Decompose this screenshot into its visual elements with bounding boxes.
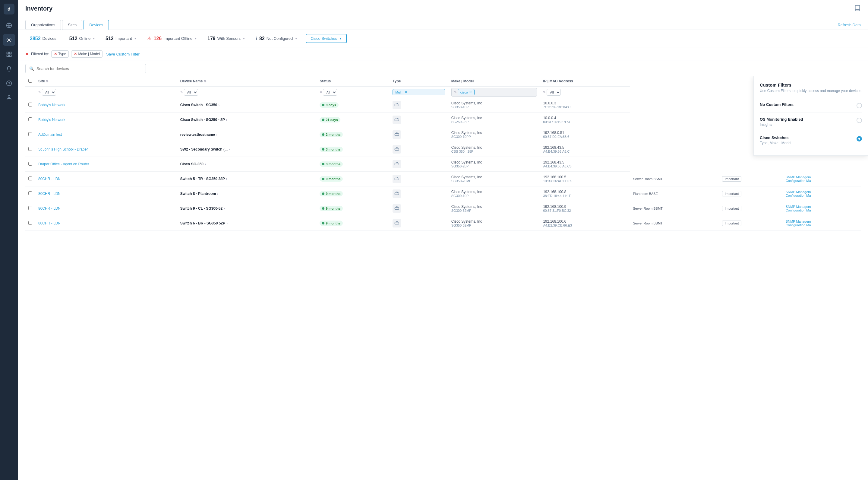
row-checkbox-0[interactable] bbox=[28, 102, 32, 107]
col-site-5[interactable]: 80CHR - LDN bbox=[35, 172, 177, 186]
search-input[interactable] bbox=[36, 66, 121, 71]
svg-rect-14 bbox=[395, 163, 399, 165]
tab-organizations[interactable]: Organizations bbox=[25, 20, 61, 30]
refresh-button[interactable]: Refresh Data bbox=[838, 23, 861, 30]
col-site-1[interactable]: Bobby's Network bbox=[35, 113, 177, 127]
sidebar-item-support[interactable] bbox=[3, 77, 15, 89]
ip-filter-select[interactable]: All bbox=[547, 89, 561, 96]
device-expand-icon-7[interactable]: › bbox=[224, 206, 225, 211]
sidebar-item-settings[interactable] bbox=[3, 34, 15, 46]
col-ip-7: 192.168.100.9 00:87:31:F0:BC:32 bbox=[540, 201, 630, 216]
device-expand-icon-0[interactable]: › bbox=[218, 103, 219, 107]
col-actions: SNMP ManagemConfiguration Ma bbox=[783, 216, 861, 231]
col-site-0[interactable]: Bobby's Network bbox=[35, 98, 177, 113]
cisco-switches-filter[interactable]: Cisco Switches ▼ bbox=[306, 34, 347, 43]
stat-important-offline[interactable]: ⚠ 126 Important Offline ▼ bbox=[143, 33, 202, 43]
remove-make-model-filter[interactable]: ✕ bbox=[74, 52, 77, 56]
svg-point-9 bbox=[8, 96, 10, 98]
row-checkbox-5[interactable] bbox=[28, 177, 32, 180]
clear-all-filter-icon[interactable]: ✕ bbox=[25, 52, 29, 56]
cf-os-name: OS Monitoring Enabled bbox=[760, 117, 803, 122]
svg-rect-10 bbox=[395, 104, 399, 106]
col-make-7: Cisco Systems, Inc SG300-52MP bbox=[448, 201, 540, 216]
tab-sites[interactable]: Sites bbox=[62, 20, 82, 30]
sidebar-item-chart[interactable] bbox=[3, 48, 15, 60]
col-site-2[interactable]: AdDomainTest bbox=[35, 127, 177, 142]
device-expand-icon-6[interactable]: › bbox=[217, 191, 218, 196]
sort-device-icon[interactable]: ⇅ bbox=[204, 80, 206, 83]
filter-icon-online: ▼ bbox=[92, 37, 95, 40]
remove-type-filter[interactable]: ✕ bbox=[54, 52, 57, 56]
device-expand-icon-8[interactable]: › bbox=[226, 221, 228, 226]
cf-item-cisco-switches[interactable]: Cisco Switches Type, Make | Model bbox=[760, 131, 862, 149]
stat-online-label: Online bbox=[79, 36, 91, 41]
device-type-icon-4 bbox=[393, 160, 401, 168]
row-checkbox-1[interactable] bbox=[28, 117, 32, 121]
col-make-3: Cisco Systems, Inc CBS 350 - 28P bbox=[448, 142, 540, 157]
sort-site-filter-icon[interactable]: ⇅ bbox=[38, 91, 41, 94]
sort-ip-filter-icon[interactable]: ⇅ bbox=[543, 91, 546, 94]
row-checkbox-8[interactable] bbox=[28, 221, 32, 225]
make-model-filter-label: Make | Model bbox=[78, 52, 100, 56]
sort-device-filter-icon[interactable]: ⇅ bbox=[180, 91, 183, 94]
col-actions: SNMP ManagemConfiguration Ma bbox=[783, 201, 861, 216]
col-site-3[interactable]: St John's High School - Draper bbox=[35, 142, 177, 157]
device-table-wrap: Site ⇅ Device Name ⇅ Status Type bbox=[18, 76, 868, 480]
sidebar-item-user[interactable] bbox=[3, 92, 15, 104]
row-checkbox-7[interactable] bbox=[28, 206, 32, 210]
col-type-7 bbox=[390, 201, 448, 216]
tab-devices[interactable]: Devices bbox=[84, 20, 109, 30]
stat-important[interactable]: 512 Important ▼ bbox=[101, 34, 142, 43]
col-status-7: 9 months bbox=[316, 201, 390, 216]
clear-make-filter[interactable]: ✕ bbox=[469, 90, 472, 94]
clear-type-filter[interactable]: ✕ bbox=[405, 90, 407, 94]
make-filter-value: cisco bbox=[460, 91, 468, 94]
col-site-7[interactable]: 80CHR - LDN bbox=[35, 201, 177, 216]
stat-online[interactable]: 512 Online ▼ bbox=[65, 34, 100, 43]
header: Inventory bbox=[18, 0, 868, 16]
cf-os-radio[interactable] bbox=[857, 118, 862, 123]
device-type-icon-2 bbox=[393, 130, 401, 139]
sidebar-item-globe[interactable] bbox=[3, 19, 15, 31]
device-expand-icon-1[interactable]: › bbox=[226, 118, 227, 122]
col-site-8[interactable]: 80CHR - LDN bbox=[35, 216, 177, 231]
sort-site-icon[interactable]: ⇅ bbox=[46, 80, 48, 83]
col-location: Server Room BSMT bbox=[630, 172, 719, 186]
stat-total[interactable]: 2852 Devices bbox=[25, 34, 61, 43]
device-expand-icon-5[interactable]: › bbox=[226, 177, 227, 181]
filter-icon-sensors: ▼ bbox=[242, 37, 245, 40]
site-filter-select[interactable]: All bbox=[42, 89, 56, 96]
make-filter-tag[interactable]: cisco ✕ bbox=[458, 89, 474, 95]
device-expand-icon-3[interactable]: › bbox=[229, 147, 230, 151]
row-checkbox-3[interactable] bbox=[28, 147, 32, 151]
cf-item-os-monitoring[interactable]: OS Monitoring Enabled Insights bbox=[760, 113, 862, 131]
status-filter-select[interactable]: All bbox=[323, 89, 337, 96]
sidebar-item-bell[interactable] bbox=[3, 63, 15, 75]
row-checkbox-4[interactable] bbox=[28, 162, 32, 166]
col-make-1: Cisco Systems, Inc SG250 - 8P bbox=[448, 113, 540, 127]
save-custom-filter-link[interactable]: Save Custom Filter bbox=[106, 52, 140, 56]
table-row: 80CHR - LDN Switch 9 - CL - SG300-52 › 9… bbox=[25, 201, 861, 216]
device-type-icon-6 bbox=[393, 189, 401, 198]
book-icon[interactable] bbox=[854, 5, 861, 12]
device-expand-icon-2[interactable]: › bbox=[216, 132, 217, 137]
cf-cisco-radio[interactable] bbox=[857, 136, 862, 142]
filter-tag-make-model[interactable]: ✕ Make | Model bbox=[71, 50, 102, 58]
type-filter-tag[interactable]: Mul... ✕ bbox=[393, 89, 445, 95]
device-filter-select[interactable]: All bbox=[184, 89, 198, 96]
col-site-6[interactable]: 80CHR - LDN bbox=[35, 186, 177, 201]
select-all-checkbox[interactable] bbox=[28, 79, 32, 83]
sort-make-icon[interactable]: ⇅ bbox=[454, 91, 457, 94]
stat-with-sensors[interactable]: 179 With Sensors ▼ bbox=[203, 34, 250, 43]
stat-not-configured[interactable]: ℹ 82 Not Configured ▼ bbox=[251, 34, 302, 43]
svg-rect-16 bbox=[395, 193, 399, 195]
cf-os-sub: Insights bbox=[760, 122, 803, 127]
col-site-4[interactable]: Draper Office - Agent on Router bbox=[35, 157, 177, 172]
row-checkbox-6[interactable] bbox=[28, 191, 32, 195]
cf-item-no-custom[interactable]: No Custom Filters bbox=[760, 98, 862, 113]
cf-no-custom-radio[interactable] bbox=[857, 103, 862, 108]
filter-tag-type[interactable]: ✕ Type bbox=[51, 50, 69, 58]
row-checkbox-2[interactable] bbox=[28, 132, 32, 136]
device-type-icon-3 bbox=[393, 145, 401, 154]
device-expand-icon-4[interactable]: › bbox=[205, 162, 206, 166]
